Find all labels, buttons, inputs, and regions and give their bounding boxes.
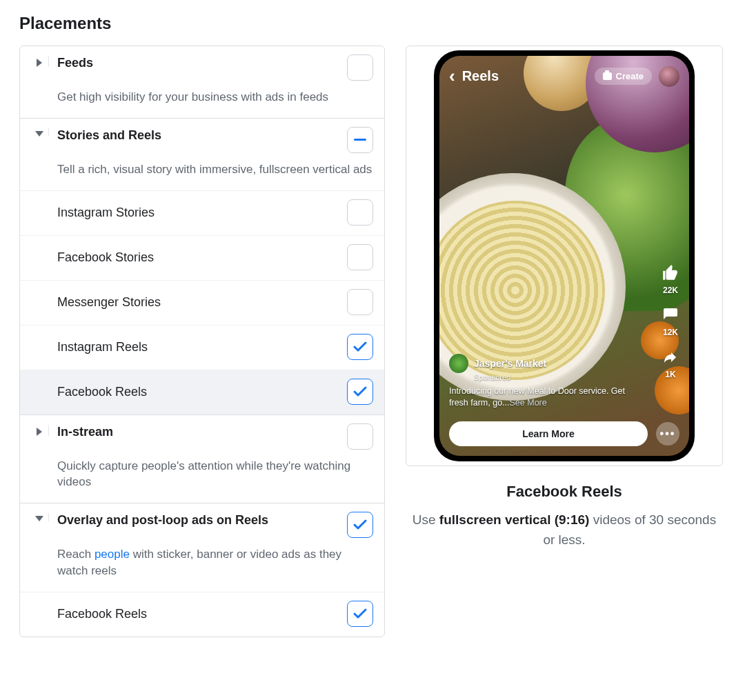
desc-text: Reach	[57, 548, 95, 561]
checkbox-messenger-stories[interactable]	[347, 289, 373, 315]
layout: Feeds Get high visibility for your busin…	[19, 46, 726, 637]
group-in-stream: In-stream Quickly capture people's atten…	[20, 415, 384, 504]
checkbox-instagram-reels[interactable]	[347, 334, 373, 360]
group-desc-overlay-reels: Reach people with sticker, banner or vid…	[20, 542, 384, 592]
page-title: Placements	[19, 14, 726, 33]
advertiser-name[interactable]: Jasper's Market	[474, 358, 546, 369]
group-desc-feeds: Get high visibility for your business wi…	[20, 85, 384, 118]
group-title-overlay-reels: Overlay and post-loop ads on Reels	[57, 513, 340, 528]
placement-facebook-reels[interactable]: Facebook Reels	[20, 370, 384, 414]
checkbox-in-stream[interactable]	[347, 423, 373, 450]
checkbox-facebook-reels[interactable]	[347, 379, 373, 405]
desc-pre: Use	[413, 512, 439, 527]
ad-meta: Jasper's Market Sponsored Introducing ou…	[449, 354, 627, 409]
placement-label: Instagram Reels	[57, 340, 347, 354]
group-title-stories-reels: Stories and Reels	[57, 128, 340, 143]
back-icon[interactable]: ‹	[449, 66, 455, 87]
preview-description: Use fullscreen vertical (9:16) videos of…	[406, 510, 723, 550]
sponsored-label: Sponsored	[474, 373, 627, 381]
group-stories-reels: Stories and Reels Tell a rich, visual st…	[20, 119, 384, 415]
phone-screen: ‹ Reels Create 22K	[439, 56, 689, 456]
chevron-down-icon[interactable]	[35, 131, 43, 137]
more-button[interactable]: •••	[656, 422, 679, 446]
group-title-in-stream: In-stream	[57, 425, 340, 439]
checkbox-facebook-stories[interactable]	[347, 244, 373, 270]
engagement-rail: 22K 12K 1K	[660, 263, 681, 379]
checkbox-feeds[interactable]	[347, 54, 373, 81]
group-overlay-reels: Overlay and post-loop ads on Reels Reach…	[20, 503, 384, 637]
desc-bold: fullscreen vertical (9:16)	[439, 512, 590, 527]
checkbox-overlay-facebook-reels[interactable]	[347, 601, 373, 627]
group-desc-in-stream: Quickly capture people's attention while…	[20, 454, 384, 503]
phone-mock: ‹ Reels Create 22K	[434, 50, 695, 461]
chevron-right-icon[interactable]	[37, 59, 42, 67]
group-desc-stories-reels: Tell a rich, visual story with immersive…	[20, 157, 384, 190]
preview-panel: ‹ Reels Create 22K	[406, 46, 723, 550]
group-feeds: Feeds Get high visibility for your busin…	[20, 46, 384, 119]
placement-label: Messenger Stories	[57, 295, 347, 310]
placement-overlay-facebook-reels[interactable]: Facebook Reels	[20, 592, 384, 637]
create-label: Create	[616, 71, 644, 81]
like-icon	[660, 263, 681, 283]
like-button[interactable]: 22K	[660, 263, 681, 295]
comment-count: 12K	[663, 328, 678, 337]
checkbox-instagram-stories[interactable]	[347, 199, 373, 226]
like-count: 22K	[663, 286, 678, 295]
ellipsis-icon: •••	[660, 428, 676, 440]
ad-caption: Introducing our new Meal to Door service…	[449, 386, 627, 409]
placement-messenger-stories[interactable]: Messenger Stories	[20, 280, 384, 325]
placements-panel: Feeds Get high visibility for your busin…	[19, 46, 385, 637]
comment-icon	[660, 305, 681, 326]
chevron-right-icon[interactable]	[37, 428, 42, 436]
checkbox-stories-reels[interactable]	[347, 127, 373, 153]
preview-title: Facebook Reels	[406, 483, 723, 501]
placement-instagram-stories[interactable]: Instagram Stories	[20, 190, 384, 235]
desc-link-people[interactable]: people	[95, 548, 130, 561]
share-icon	[660, 347, 681, 368]
preview-card: ‹ Reels Create 22K	[406, 46, 723, 466]
camera-icon	[603, 72, 612, 80]
placement-label: Facebook Reels	[57, 385, 347, 399]
share-count: 1K	[665, 370, 675, 379]
cta-button[interactable]: Learn More	[449, 421, 648, 446]
checkbox-overlay-reels[interactable]	[347, 512, 373, 538]
placement-label: Facebook Stories	[57, 250, 347, 265]
placement-label: Facebook Reels	[57, 607, 347, 621]
group-title-feeds: Feeds	[57, 56, 340, 70]
preview-top-bar: ‹ Reels Create	[439, 66, 689, 87]
preview-bottom-row: Learn More •••	[449, 421, 679, 446]
placement-facebook-stories[interactable]: Facebook Stories	[20, 235, 384, 280]
comment-button[interactable]: 12K	[660, 305, 681, 337]
see-more-link[interactable]: See More	[510, 398, 547, 408]
profile-avatar[interactable]	[659, 66, 679, 87]
placement-label: Instagram Stories	[57, 206, 347, 220]
advertiser-avatar[interactable]	[449, 354, 468, 373]
share-button[interactable]: 1K	[660, 347, 681, 379]
chevron-down-icon[interactable]	[35, 516, 43, 521]
create-button[interactable]: Create	[595, 68, 652, 85]
placement-instagram-reels[interactable]: Instagram Reels	[20, 325, 384, 370]
preview-top-title: Reels	[462, 68, 588, 84]
